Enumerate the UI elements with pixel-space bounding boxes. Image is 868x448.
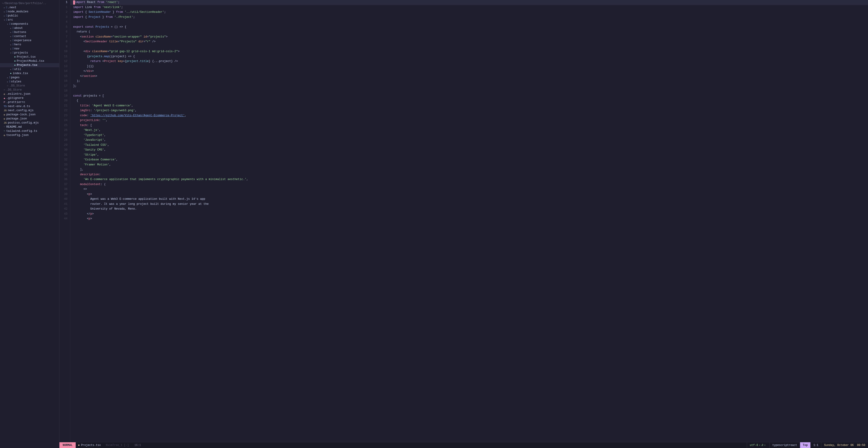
sidebar-item-buttons[interactable]: ▸ 󰉋 buttons	[0, 30, 59, 34]
sidebar-item-about[interactable]: ▸ 󰉋 about	[0, 26, 59, 30]
root-path: ~/Desktop/Dev/portfolio/..	[2, 2, 46, 5]
sidebar-item-label: hero	[14, 43, 21, 46]
sidebar-item-prettierrc[interactable]: P .prettierrc	[0, 100, 59, 104]
sidebar-item-contact[interactable]: ▸ 󰉋 contact	[0, 34, 59, 38]
chevron-down-icon: ▾	[7, 23, 8, 26]
chevron-right-icon: ▸	[10, 27, 12, 30]
code-line: University of Nevada, Reno.	[70, 207, 868, 212]
sidebar-item-experience[interactable]: ▸ 󰉋 experience	[0, 38, 59, 42]
code-line: 'Stripe',	[70, 153, 868, 158]
date-time: Sunday, October 06 00:50	[821, 442, 868, 448]
folder-open-icon: 󰉖	[6, 18, 8, 22]
vim-mode: NORMAL	[59, 442, 76, 448]
code-line: 'Coinbase Commerce',	[70, 157, 868, 162]
chevron-right-icon: ▸	[4, 6, 5, 9]
code-line: <p>	[70, 192, 868, 197]
folder-icon: 󰉋	[12, 43, 14, 46]
sidebar-item-tsconfig[interactable]: ⊙ tsconfig.json	[0, 133, 59, 137]
sidebar-item-label: styles	[11, 80, 21, 83]
cursor-position-left: 16:1	[132, 444, 144, 447]
file-icon: ⊙	[4, 134, 5, 137]
sidebar-item-ds-store-src[interactable]: ○ .DS_Store	[0, 84, 59, 88]
sidebar-item-label: Project.tsx	[17, 55, 36, 59]
code-line: </div>	[70, 69, 868, 74]
sidebar-item-node-modules[interactable]: ▸ 󰉋 node_modules	[0, 10, 59, 14]
sidebar-item-label: tsconfig.json	[6, 133, 29, 137]
sidebar-item-readme[interactable]: ~ README.md	[0, 125, 59, 129]
sidebar-item-project-tsx[interactable]: ● Project.tsx	[0, 55, 59, 59]
sidebar-item-next[interactable]: ▸ 󰉋 .next	[0, 5, 59, 10]
folder-icon: 󰉋	[12, 31, 14, 34]
sidebar-item-projectmodal-tsx[interactable]: ● ProjectModal.tsx	[0, 59, 59, 63]
chevron-right-icon: ▸	[7, 76, 8, 79]
file-icon: ○	[7, 84, 8, 87]
sidebar-item-components[interactable]: ▾ 󰉖 components	[0, 22, 59, 26]
sidebar-item-next-config[interactable]: JS next.config.mjs	[0, 109, 59, 113]
folder-icon: 󰉋	[12, 27, 14, 30]
folder-icon: 󰉋	[6, 14, 8, 18]
sidebar-item-nav[interactable]: ▸ 󰉋 nav	[0, 47, 59, 51]
editor-content: 1 1 2 3 4 5 6 7 8 9 10 11 12 13 14 15 16…	[59, 0, 868, 442]
sidebar-item-label: public	[8, 14, 18, 18]
code-line: tech: [	[70, 123, 868, 128]
sidebar-item-ds-store-root[interactable]: ○ .DS_Store	[0, 88, 59, 92]
sidebar-item-styles[interactable]: ▸ 󰉋 styles	[0, 80, 59, 84]
chevron-right-icon: ▸	[10, 39, 12, 42]
file-icon: ~	[4, 126, 5, 128]
code-line: );	[70, 79, 868, 84]
sidebar-item-next-env[interactable]: TS next-env.d.ts	[0, 104, 59, 109]
status-bar: NORMAL ● Projects.tsx NvimTree_1 [-] 16:…	[59, 442, 868, 448]
sidebar-item-public[interactable]: ▸ 󰉋 public	[0, 14, 59, 18]
folder-icon: 󰉋	[12, 39, 14, 42]
cursor-position: 1:1	[810, 442, 821, 448]
code-editor[interactable]: import React from 'react'; import Link f…	[70, 0, 868, 442]
code-line: import { SectionHeader } from '../util/S…	[70, 10, 868, 15]
code-line: 'An E-commerce application that implemen…	[70, 177, 868, 182]
sidebar-item-gitignore[interactable]: ◆ .gitignore	[0, 96, 59, 100]
sidebar-item-package[interactable]: ⊙ package.json	[0, 117, 59, 121]
editor-area: 1 1 2 3 4 5 6 7 8 9 10 11 12 13 14 15 16…	[59, 0, 868, 448]
sidebar-item-label: src	[8, 18, 13, 22]
sidebar-item-pages[interactable]: ▸ 󰉋 pages	[0, 76, 59, 80]
sidebar-item-eslintrc[interactable]: ⊙ .eslintrc.json	[0, 92, 59, 96]
chevron-down-icon: ▾	[10, 52, 12, 55]
sidebar-item-util[interactable]: ▸ 󰉋 util	[0, 67, 59, 71]
sidebar-item-projects-tsx[interactable]: ● Projects.tsx	[0, 63, 59, 67]
chevron-right-icon: ▸	[10, 68, 12, 71]
sidebar-item-label: postcss.config.mjs	[8, 121, 39, 124]
sidebar-item-label: components	[11, 23, 28, 26]
sidebar-item-tailwind[interactable]: ~ tailwind.config.ts	[0, 129, 59, 133]
code-line: imgSrc: '/project-imgs/web3.png',	[70, 108, 868, 113]
sidebar-item-postcss[interactable]: JS postcss.config.mjs	[0, 121, 59, 125]
file-icon: JS	[4, 121, 7, 124]
scroll-position: Top	[800, 442, 811, 448]
code-line: {	[70, 98, 868, 103]
file-icon: ●	[14, 60, 16, 62]
file-icon: TS	[4, 105, 7, 108]
chevron-down-icon: ▾	[4, 19, 5, 22]
sidebar-item-label: index.tsx	[13, 72, 28, 75]
sidebar-item-label: package.json	[6, 117, 27, 120]
code-line: const projects = [	[70, 94, 868, 99]
chevron-right-icon: ▸	[10, 48, 12, 50]
code-line: title: 'Agent Web3 E-commerce',	[70, 103, 868, 109]
folder-icon: 󰉋	[6, 6, 8, 9]
nvim-tree-info: NvimTree_1 [-]	[103, 444, 132, 447]
sidebar-item-label: node_modules	[8, 10, 28, 13]
chevron-right-icon: ▸	[10, 43, 12, 46]
code-line: 'Sanity CMS',	[70, 148, 868, 153]
code-line: 'Next.js',	[70, 128, 868, 133]
sidebar-item-index-tsx[interactable]: ● index.tsx	[0, 71, 59, 76]
code-line: </section>	[70, 74, 868, 79]
folder-icon: 󰉋	[12, 47, 14, 50]
code-line: import React from 'react';	[70, 0, 868, 5]
sidebar-item-package-lock[interactable]: ⊙ package-lock.json	[0, 113, 59, 117]
code-line: })}}	[70, 64, 868, 69]
sidebar-item-label: buttons	[14, 31, 26, 34]
file-explorer[interactable]: ~/Desktop/Dev/portfolio/.. ▸ 󰉋 .next ▸ 󰉋…	[0, 0, 59, 448]
sidebar-item-hero[interactable]: ▸ 󰉋 hero	[0, 42, 59, 47]
file-icon: ⊙	[4, 113, 5, 116]
sidebar-item-src[interactable]: ▾ 󰉖 src	[0, 18, 59, 22]
code-line	[70, 44, 868, 50]
sidebar-item-projects[interactable]: ▾ 󰉖 projects	[0, 51, 59, 55]
